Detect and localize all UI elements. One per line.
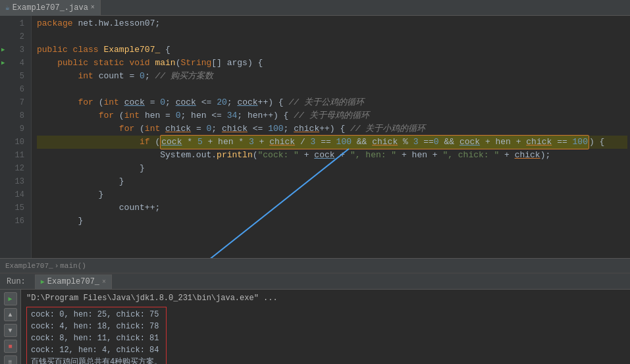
output-line-3: cock: 8, hen: 11, chick: 81 <box>31 332 162 344</box>
output-line-5: 百钱买百鸡问题总共有4种购买方案。 <box>31 356 162 364</box>
run-label: Run: <box>3 277 30 286</box>
ln-12: 12 <box>0 162 27 175</box>
ln-4: 4 <box>0 57 27 70</box>
ln-9: 9 <box>0 122 27 136</box>
code-line-8: for (int hen = 0; hen <= 34; hen++) { //… <box>37 109 627 122</box>
run-play-button[interactable]: ▶ <box>4 292 17 305</box>
breadcrumb-method: main() <box>60 262 86 270</box>
code-line-1: package net.hw.lesson07; <box>37 17 627 30</box>
run-down-button[interactable]: ▼ <box>4 324 17 337</box>
ln-1: 1 <box>0 17 27 30</box>
ln-10: 10 <box>0 136 27 149</box>
cmd-line: "D:\Program Files\Java\jdk1.8.0_231\bin\… <box>26 292 625 304</box>
ln-11: 11 <box>0 149 27 162</box>
code-lines[interactable]: package net.hw.lesson07; public class Ex… <box>32 16 630 258</box>
breadcrumb-file: Example707_ <box>5 262 53 270</box>
code-line-3: public class Example707_ { <box>37 43 627 57</box>
output-line-4: cock: 12, hen: 4, chick: 84 <box>31 344 162 356</box>
ln-8: 8 <box>0 109 27 122</box>
breadcrumb-bar: Example707_ › main() <box>0 258 630 273</box>
run-output: "D:\Program Files\Java\jdk1.8.0_231\bin\… <box>21 290 630 364</box>
code-line-5: int count = 0; // 购买方案数 <box>37 70 627 83</box>
code-line-9: for (int chick = 0; chick <= 100; chick+… <box>37 122 627 136</box>
output-line-1: cock: 0, hen: 25, chick: 75 <box>31 309 162 321</box>
code-line-6 <box>37 83 627 96</box>
run-content: ▶ ▲ ▼ ■ ≡ "D:\Program Files\Java\jdk1.8.… <box>0 290 630 364</box>
ln-15: 15 <box>0 201 27 215</box>
editor: 1 2 3 4 5 6 7 8 9 10 11 12 13 14 <box>0 16 630 258</box>
code-line-10: if (cock * 5 + hen * 3 + chick / 3 == 10… <box>37 136 627 149</box>
run-tab-bar: Run: ▶ Example707_ × <box>0 274 630 290</box>
ln-2: 2 <box>0 30 27 43</box>
run-filter-button[interactable]: ≡ <box>4 355 17 364</box>
ln-16: 16 <box>0 215 27 228</box>
code-line-14: } <box>37 188 627 201</box>
ln-13: 13 <box>0 175 27 188</box>
output-container: cock: 0, hen: 25, chick: 75 cock: 4, hen… <box>26 305 625 364</box>
run-icon: ▶ <box>41 278 45 286</box>
app-container: ☕ Example707_.java × 1 2 3 4 5 6 7 8 9 <box>0 0 630 364</box>
java-icon: ☕ <box>5 3 10 12</box>
line-gutter: 1 2 3 4 5 6 7 8 9 10 11 12 13 14 <box>0 16 32 258</box>
run-tab-label: Example707_ <box>47 277 99 286</box>
run-panel: Run: ▶ Example707_ × ▶ ▲ ▼ ■ ≡ "D:\Progr… <box>0 273 630 364</box>
code-line-13: } <box>37 175 627 188</box>
code-line-16: } <box>37 215 627 228</box>
code-line-15: count++; <box>37 201 627 215</box>
code-area: 1 2 3 4 5 6 7 8 9 10 11 12 13 14 <box>0 16 630 258</box>
run-close-icon[interactable]: × <box>102 278 106 286</box>
output-line-2: cock: 4, hen: 18, chick: 78 <box>31 321 162 332</box>
code-line-2 <box>37 30 627 43</box>
breadcrumb-sep: › <box>55 262 59 270</box>
line-numbers: 1 2 3 4 5 6 7 8 9 10 11 12 13 14 <box>0 17 27 228</box>
tab-label: Example707_.java <box>13 3 88 13</box>
ln-5: 5 <box>0 70 27 83</box>
ln-14: 14 <box>0 188 27 201</box>
run-up-button[interactable]: ▲ <box>4 308 17 321</box>
code-line-11: System.out.println("cock: " + cock + ", … <box>37 149 627 162</box>
tab-bar: ☕ Example707_.java × <box>0 0 630 16</box>
editor-tab[interactable]: ☕ Example707_.java × <box>0 0 101 16</box>
ln-7: 7 <box>0 96 27 109</box>
output-box: cock: 0, hen: 25, chick: 75 cock: 4, hen… <box>26 307 167 364</box>
run-stop-button[interactable]: ■ <box>4 340 17 353</box>
run-sidebar: ▶ ▲ ▼ ■ ≡ <box>0 290 21 364</box>
code-line-12: } <box>37 162 627 175</box>
ln-6: 6 <box>0 83 27 96</box>
close-tab-button[interactable]: × <box>91 4 95 11</box>
run-tab[interactable]: ▶ Example707_ × <box>35 274 112 289</box>
code-line-4: public static void main(String[] args) { <box>37 57 627 70</box>
code-line-7: for (int cock = 0; cock <= 20; cock++) {… <box>37 96 627 109</box>
ln-3: 3 <box>0 43 27 57</box>
